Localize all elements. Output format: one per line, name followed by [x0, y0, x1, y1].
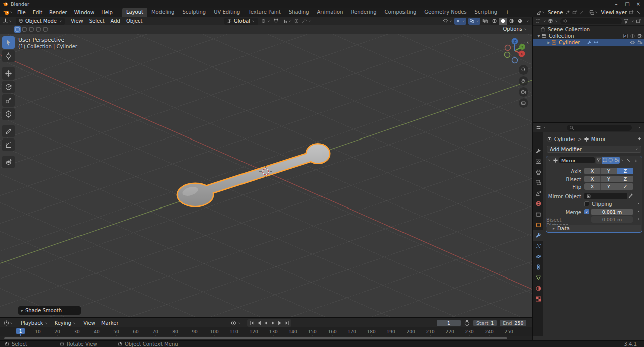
maximize-button[interactable]: □ [622, 0, 633, 8]
snap-magnet-icon[interactable] [273, 18, 279, 24]
select-mode-invert[interactable] [35, 26, 42, 33]
workspace-tab-geometry-nodes[interactable]: Geometry Nodes [420, 8, 470, 17]
extras-chevron-icon[interactable] [621, 158, 625, 162]
drag-handle-icon[interactable] [634, 158, 639, 163]
shading-material-button[interactable] [507, 18, 516, 25]
move-tool[interactable] [2, 67, 15, 80]
filter-type-icon[interactable] [548, 18, 553, 24]
add-workspace-tab[interactable]: + [501, 8, 513, 17]
animate-dot[interactable] [638, 218, 639, 220]
remove-view-layer-icon[interactable] [636, 10, 641, 15]
navigation-gizmo[interactable]: Z Y X [497, 37, 529, 67]
chevron-down-icon[interactable] [542, 10, 546, 14]
workspace-tab-compositing[interactable]: Compositing [381, 8, 421, 17]
new-scene-icon[interactable] [572, 10, 577, 15]
flip-y-button[interactable]: Y [601, 183, 617, 190]
animate-dot[interactable] [638, 211, 639, 212]
xray-toggle-icon[interactable] [482, 18, 488, 24]
add-modifier-dropdown[interactable]: Add Modifier [547, 146, 641, 153]
chevron-down-icon[interactable] [525, 19, 529, 23]
play-reverse-button[interactable] [262, 320, 269, 326]
bisect-z-button[interactable]: Z [617, 176, 633, 182]
properties-tab-render[interactable] [533, 156, 543, 167]
workspace-tab-animation[interactable]: Animation [313, 8, 347, 17]
hide-eye-icon[interactable] [630, 33, 635, 39]
axis-y-button[interactable]: Y [601, 168, 617, 174]
scene-icon[interactable] [536, 10, 542, 15]
workspace-tab-uv-editing[interactable]: UV Editing [210, 8, 244, 17]
measure-tool[interactable] [2, 138, 15, 151]
render-toggle[interactable] [614, 157, 620, 164]
horizontal-scrollbar[interactable] [4, 337, 507, 339]
editor-type-properties-icon[interactable] [536, 125, 541, 130]
workspace-tab-modeling[interactable]: Modeling [147, 8, 179, 17]
camera-view-button[interactable] [519, 87, 528, 97]
operator-panel[interactable]: ▸ Shade Smooth [18, 306, 81, 315]
menu-window[interactable]: Window [71, 8, 98, 17]
outliner-row-collection[interactable]: ▼ Collection ✓ [533, 33, 644, 39]
shading-rendered-button[interactable] [516, 18, 524, 25]
disable-render-camera-icon[interactable] [637, 33, 643, 39]
collection-checkbox[interactable]: ✓ [623, 34, 628, 38]
viewport-menu-add[interactable]: Add [108, 18, 123, 24]
jump-to-start-button[interactable] [248, 320, 255, 326]
workspace-tab-scripting[interactable]: Scripting [471, 8, 501, 17]
chevron-down-icon[interactable] [10, 321, 14, 325]
axis-z-button[interactable]: Z [617, 168, 633, 174]
new-collection-icon[interactable] [636, 18, 641, 24]
properties-tab-material[interactable] [533, 283, 543, 294]
properties-tab-texture[interactable] [533, 294, 543, 304]
workspace-tab-rendering[interactable]: Rendering [347, 8, 380, 17]
select-mode-new[interactable] [14, 26, 21, 33]
disable-render-camera-icon[interactable] [637, 40, 643, 45]
auto-keying-record-icon[interactable] [230, 320, 237, 326]
view-layer-icon[interactable] [589, 10, 595, 15]
properties-tab-object[interactable] [533, 220, 543, 230]
gizmo-neg-y-axis[interactable] [505, 52, 510, 58]
workspace-tab-layout[interactable]: Layout [122, 8, 147, 17]
outliner-search-input[interactable] [560, 18, 622, 24]
axis-x-button[interactable]: X [584, 168, 601, 174]
workspace-tab-shading[interactable]: Shading [285, 8, 313, 17]
viewport-canvas[interactable]: User Perspective (1) Collection | Cylind… [0, 34, 532, 317]
new-view-layer-icon[interactable] [629, 10, 634, 15]
properties-tab-collection[interactable] [533, 209, 543, 220]
bisect-distance-field[interactable]: 0.001 m [591, 216, 633, 223]
expand-arrow-icon[interactable]: ▶ [546, 41, 551, 45]
properties-tab-constraints[interactable] [533, 262, 543, 272]
sidebar-toggle[interactable]: ‹ [527, 40, 529, 45]
breadcrumb-modifier[interactable]: Mirror [591, 136, 606, 142]
pin-icon[interactable] [636, 136, 642, 142]
gizmo-neg-z-axis[interactable] [512, 58, 518, 63]
chevron-down-icon[interactable] [595, 10, 599, 14]
select-box-tool[interactable] [2, 36, 15, 49]
blender-menu-icon[interactable] [3, 9, 10, 16]
viewport-menu-view[interactable]: View [68, 18, 86, 24]
cursor-tool[interactable] [2, 50, 15, 62]
menu-help[interactable]: Help [98, 8, 116, 17]
chevron-down-icon[interactable] [238, 321, 242, 325]
collapse-chevron-icon[interactable] [548, 158, 552, 162]
chevron-down-icon[interactable] [630, 19, 634, 23]
pin-icon[interactable] [565, 10, 570, 15]
timeline-ruler[interactable]: 1102030405060708090100110120130140150160… [0, 327, 532, 337]
chevron-down-icon[interactable] [555, 19, 559, 23]
collapse-arrow-icon[interactable]: ▼ [536, 34, 541, 38]
bisect-x-button[interactable]: X [584, 176, 601, 182]
gizmo-neg-x-axis[interactable] [505, 45, 511, 51]
breadcrumb-object[interactable]: Cylinder [554, 136, 575, 142]
properties-tab-particles[interactable] [533, 241, 543, 251]
show-overlays-toggle[interactable] [468, 18, 480, 25]
merge-checkbox[interactable]: ✓ [584, 209, 589, 214]
filter-icon[interactable] [623, 18, 629, 24]
properties-tab-output[interactable] [533, 167, 543, 177]
workspace-tab-sculpting[interactable]: Sculpting [178, 8, 210, 17]
edit-mode-toggle[interactable] [602, 157, 608, 164]
menu-render[interactable]: Render [46, 8, 71, 17]
chevron-down-icon[interactable] [543, 126, 547, 130]
outliner-row-cylinder[interactable]: ▶ Cylinder [533, 39, 644, 46]
eyedropper-icon[interactable] [628, 193, 634, 198]
prev-keyframe-button[interactable] [255, 320, 262, 326]
outliner-row-scene-collection[interactable]: Scene Collection [533, 26, 644, 33]
falloff-dropdown[interactable] [302, 18, 311, 24]
